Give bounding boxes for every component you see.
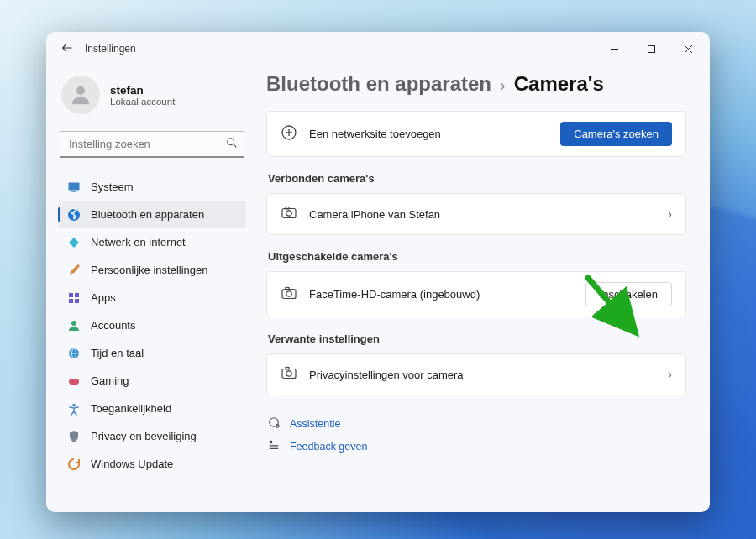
svg-rect-19 <box>282 289 296 298</box>
disabled-camera-row: FaceTime-HD-camera (ingebouwd) Inschakel… <box>266 271 686 317</box>
footer-links: Assistentie Feedback geven <box>266 412 686 458</box>
svg-rect-3 <box>68 182 79 190</box>
chevron-right-icon: › <box>500 76 506 95</box>
svg-rect-24 <box>286 368 289 370</box>
section-disabled-title: Uitgeschakelde camera's <box>268 250 686 263</box>
search-input[interactable] <box>60 131 244 158</box>
main-content: Bluetooth en apparaten › Camera's Een ne… <box>255 65 710 512</box>
sidebar-item-label: Netwerk en internet <box>91 236 186 249</box>
related-label: Privacyinstellingen voor camera <box>309 369 656 381</box>
titlebar: Instellingen <box>46 32 710 65</box>
chevron-right-icon: › <box>668 207 672 222</box>
camera-name: FaceTime-HD-camera (ingebouwd) <box>309 288 574 301</box>
breadcrumb: Bluetooth en apparaten › Camera's <box>266 72 686 96</box>
help-link[interactable]: Assistentie <box>266 412 686 435</box>
close-button[interactable] <box>669 35 706 62</box>
feedback-link[interactable]: Feedback geven <box>266 435 686 458</box>
sidebar-item-system[interactable]: Systeem <box>58 173 246 201</box>
svg-rect-21 <box>286 287 289 290</box>
related-privacy-row[interactable]: Privacyinstellingen voor camera › <box>266 353 686 395</box>
help-icon <box>268 416 281 431</box>
svg-point-23 <box>286 371 291 376</box>
sidebar-item-label: Systeem <box>91 181 134 193</box>
monitor-icon <box>66 180 81 194</box>
settings-window: Instellingen stefan Lokaal account <box>46 32 710 512</box>
avatar <box>61 76 100 114</box>
sidebar-item-label: Apps <box>91 291 116 304</box>
svg-rect-18 <box>286 207 289 210</box>
camera-icon <box>281 364 297 385</box>
svg-point-27 <box>270 441 273 444</box>
sidebar-item-label: Bluetooth en apparaten <box>91 208 204 221</box>
svg-point-17 <box>286 211 291 216</box>
bluetooth-icon <box>66 207 81 222</box>
sidebar: stefan Lokaal account Systeem Bluetooth … <box>46 65 255 512</box>
sidebar-item-label: Windows Update <box>91 458 173 470</box>
sidebar-item-apps[interactable]: Apps <box>58 284 246 311</box>
sidebar-item-bluetooth[interactable]: Bluetooth en apparaten <box>58 201 246 228</box>
sidebar-item-gaming[interactable]: Gaming <box>58 367 246 395</box>
shield-icon <box>66 429 81 443</box>
minimize-button[interactable] <box>596 35 633 62</box>
search-icon <box>226 137 238 152</box>
sidebar-item-label: Toegankelijkheid <box>91 402 171 415</box>
svg-rect-22 <box>282 369 296 379</box>
search-box[interactable] <box>60 131 244 158</box>
page-title: Camera's <box>514 72 604 96</box>
svg-point-1 <box>76 86 85 95</box>
section-connected-title: Verbonden camera's <box>268 172 686 185</box>
camera-name: Camera iPhone van Stefan <box>309 208 656 221</box>
search-cameras-button[interactable]: Camera's zoeken <box>560 122 672 146</box>
update-icon <box>66 457 81 471</box>
svg-rect-6 <box>69 293 73 297</box>
wifi-icon <box>66 235 81 249</box>
svg-point-10 <box>71 321 76 326</box>
svg-point-2 <box>228 139 234 145</box>
back-button[interactable] <box>61 42 73 56</box>
section-related-title: Verwante instellingen <box>268 332 686 345</box>
gamepad-icon <box>66 374 81 388</box>
camera-icon <box>281 285 297 305</box>
sidebar-item-personalization[interactable]: Persoonlijke instellingen <box>58 256 246 284</box>
sidebar-nav: Systeem Bluetooth en apparaten Netwerk e… <box>58 173 246 478</box>
enable-button[interactable]: Inschakelen <box>585 282 672 306</box>
add-network-label: Een netwerksite toevoegen <box>309 128 549 140</box>
sidebar-item-privacy[interactable]: Privacy en beveiliging <box>58 422 246 450</box>
sidebar-item-label: Privacy en beveiliging <box>91 430 197 442</box>
feedback-icon <box>268 439 281 453</box>
globe-icon <box>66 346 81 360</box>
window-title: Instellingen <box>85 43 136 55</box>
profile-block[interactable]: stefan Lokaal account <box>58 71 246 128</box>
plus-circle-icon <box>281 124 297 144</box>
sidebar-item-update[interactable]: Windows Update <box>58 450 246 478</box>
svg-rect-13 <box>69 379 79 385</box>
maximize-button[interactable] <box>633 35 669 62</box>
connected-camera-row[interactable]: Camera iPhone van Stefan › <box>266 193 686 235</box>
svg-rect-4 <box>71 191 76 191</box>
svg-point-14 <box>72 403 76 406</box>
svg-rect-9 <box>75 299 79 303</box>
svg-rect-8 <box>69 299 73 303</box>
sidebar-item-accessibility[interactable]: Toegankelijkheid <box>58 395 246 422</box>
brush-icon <box>66 263 81 277</box>
svg-rect-16 <box>282 209 296 218</box>
svg-rect-7 <box>75 293 79 297</box>
accessibility-icon <box>66 401 81 416</box>
sidebar-item-label: Gaming <box>91 374 129 387</box>
sidebar-item-network[interactable]: Netwerk en internet <box>58 228 246 256</box>
svg-point-20 <box>286 290 291 296</box>
sidebar-item-accounts[interactable]: Accounts <box>58 311 246 339</box>
breadcrumb-parent[interactable]: Bluetooth en apparaten <box>266 72 491 96</box>
svg-rect-0 <box>648 45 654 52</box>
sidebar-item-label: Persoonlijke instellingen <box>91 264 207 276</box>
camera-icon <box>281 204 297 224</box>
sidebar-item-time-language[interactable]: Tijd en taal <box>58 339 246 367</box>
apps-icon <box>66 290 81 305</box>
chevron-right-icon: › <box>668 367 672 382</box>
profile-name: stefan <box>110 84 175 97</box>
svg-point-25 <box>270 418 279 427</box>
profile-subtitle: Lokaal account <box>110 97 175 107</box>
add-network-panel: Een netwerksite toevoegen Camera's zoeke… <box>266 111 686 157</box>
person-icon <box>66 318 81 332</box>
svg-point-26 <box>276 425 280 428</box>
